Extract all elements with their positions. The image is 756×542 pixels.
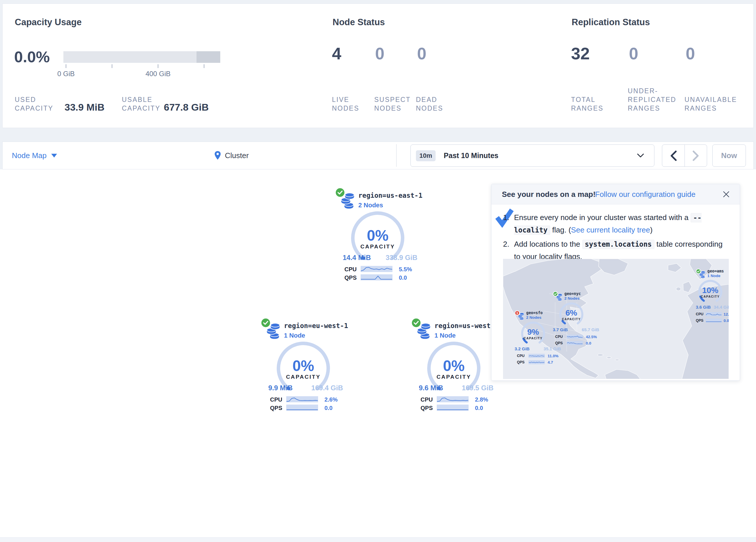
used-value: 14.4 MiB xyxy=(343,253,371,262)
usable-capacity-label: USABLE CAPACITY xyxy=(122,95,160,113)
close-icon[interactable] xyxy=(721,189,731,199)
chevron-right-icon xyxy=(692,150,700,161)
qps-sparkline xyxy=(361,274,392,281)
axis-tick xyxy=(66,64,66,68)
node-count-link[interactable]: 1 Node xyxy=(284,332,305,339)
node-count-link[interactable]: 2 Nodes xyxy=(358,201,383,209)
total-ranges-count: 32 xyxy=(571,44,590,63)
cpu-row: CPU 11.0% xyxy=(515,354,561,358)
cpu-sparkline xyxy=(286,396,318,403)
now-button[interactable]: Now xyxy=(712,144,746,167)
time-range-dropdown[interactable]: 10m Past 10 Minutes xyxy=(410,144,654,167)
qps-sparkline xyxy=(286,405,318,411)
capacity-values: 9.9 MiB 169.4 GiB xyxy=(268,384,343,392)
capacity-percent: 0.0% xyxy=(14,48,50,66)
capacity-percent-value: 0% xyxy=(422,357,486,374)
used-value: 9.9 MiB xyxy=(268,384,293,392)
breadcrumb[interactable]: Cluster xyxy=(214,142,249,169)
qps-sparkline xyxy=(706,319,722,323)
locality-card-us-east-1[interactable]: region=us-east-1 2 Nodes 0% CAPACITY 14.… xyxy=(336,187,420,283)
cpu-sparkline xyxy=(437,396,469,403)
locality-label: geo=sfo xyxy=(526,311,543,315)
map-pin-icon xyxy=(214,150,221,160)
capacity-gauge: 0% CAPACITY xyxy=(271,342,335,391)
qps-value: 0.0 xyxy=(399,275,407,281)
cpu-row: CPU 5.5% xyxy=(336,266,420,273)
view-toolbar: Node Map Cluster 10m Past 10 Minutes Now xyxy=(2,141,754,169)
cpu-value: 2.6% xyxy=(324,396,338,403)
usable-capacity-value: 677.8 GiB xyxy=(164,102,209,113)
configuration-guide-link[interactable]: Follow our configuration guide xyxy=(595,190,696,199)
capacity-gauge: 0% CAPACITY xyxy=(422,342,486,391)
example-node-map: 1 geo=sfo 2 Nodes 9% CAPACITY 3.2 GiB 35 xyxy=(503,259,729,379)
capacity-percent-value: 0% xyxy=(346,227,410,244)
cluster-overview-page: Capacity Usage 0.0% 0 GiB 400 GiB USED C… xyxy=(0,0,756,542)
cpu-row: CPU 42.5% xyxy=(553,335,599,339)
locality-label: region=us-west-1 xyxy=(434,322,499,330)
chevron-down-icon xyxy=(51,154,57,157)
capacity-values: 9.6 MiB 169.5 GiB xyxy=(419,384,493,392)
total-value: 169.4 GiB xyxy=(311,384,343,392)
qps-sparkline xyxy=(567,341,583,345)
step-forward-button[interactable] xyxy=(685,145,707,166)
under-replicated-count: 0 xyxy=(629,44,638,63)
capacity-gauge: 10% CAPACITY xyxy=(696,279,725,304)
axis-tick xyxy=(112,64,112,68)
capacity-gauge: 0% CAPACITY xyxy=(346,211,410,260)
capacity-values: 14.4 MiB 338.9 GiB xyxy=(343,253,417,262)
step-back-button[interactable] xyxy=(662,145,685,166)
time-step-buttons xyxy=(662,144,707,167)
locality-tree-link[interactable]: See current locality tree xyxy=(571,225,650,234)
cpu-sparkline xyxy=(567,335,583,339)
cpu-value: 5.5% xyxy=(399,266,412,273)
capacity-values: 3.2 GiB 35.1 GiB xyxy=(515,346,561,351)
view-selector-dropdown[interactable]: Node Map xyxy=(12,142,57,169)
replication-status-title: Replication Status xyxy=(572,17,650,27)
locality-label: region=eu-west-1 xyxy=(284,322,348,330)
axis-tick-label: 0 GiB xyxy=(57,70,75,78)
used-capacity-value: 33.9 MiB xyxy=(65,102,104,113)
qps-row: QPS 0.0 xyxy=(261,405,345,411)
locality-card-eu-west-1[interactable]: region=eu-west-1 1 Node 0% CAPACITY 9.9 … xyxy=(261,318,345,414)
unavailable-count: 0 xyxy=(686,44,695,63)
database-icon xyxy=(265,323,282,342)
qps-row: QPS 0.0 xyxy=(553,341,599,345)
suspect-nodes-label: SUSPECT NODES xyxy=(374,95,411,113)
node-count-label: 1 Node xyxy=(707,274,720,278)
cpu-row: CPU 2.6% xyxy=(261,396,345,403)
node-status-title: Node Status xyxy=(333,17,385,27)
database-icon xyxy=(416,323,433,342)
cpu-value: 2.8% xyxy=(475,396,488,403)
capacity-bar: 0 GiB 400 GiB xyxy=(63,51,220,63)
qps-value: 0.0 xyxy=(324,405,333,412)
cpu-sparkline xyxy=(706,312,722,316)
cpu-sparkline xyxy=(529,354,545,358)
node-count-link[interactable]: 1 Node xyxy=(434,332,456,339)
capacity-caption: CAPACITY xyxy=(422,374,486,380)
time-range-label: Past 10 Minutes xyxy=(444,151,498,160)
qps-sparkline xyxy=(437,405,469,411)
node-count-label: 2 Nodes xyxy=(526,315,542,320)
chevron-down-icon xyxy=(637,153,644,158)
code-system-locations: system.locations xyxy=(582,240,654,249)
mini-locality-card-nyc: geo=nyc 2 Nodes 6% CAPACITY 3.7 GiB 65.7… xyxy=(553,291,599,346)
locality-label: geo=nyc xyxy=(564,291,581,296)
locality-card-us-west-1[interactable]: region=us-west-1 1 Node 0% CAPACITY 9.6 … xyxy=(412,318,496,414)
node-map-setup-popup: See your nodes on a map! Follow our conf… xyxy=(491,184,740,381)
cpu-row: CPU 12.3% xyxy=(696,312,729,316)
qps-row: QPS 0.0 xyxy=(412,405,496,411)
qps-row: QPS 0.0 xyxy=(696,319,729,323)
node-count-label: 2 Nodes xyxy=(564,296,580,301)
setup-step-1: 1.Ensure every node in your cluster was … xyxy=(503,211,731,236)
qps-row: QPS 0.0 xyxy=(336,275,420,281)
suspect-nodes-count: 0 xyxy=(375,44,384,63)
capacity-bar-reserved-segment xyxy=(197,51,220,63)
qps-value: 0.0 xyxy=(475,405,483,412)
axis-tick xyxy=(158,64,158,68)
dead-nodes-label: DEAD NODES xyxy=(416,95,443,113)
time-range-badge: 10m xyxy=(416,150,436,161)
breadcrumb-label: Cluster xyxy=(225,151,249,160)
toolbar-divider xyxy=(396,144,397,167)
capacity-usage-title: Capacity Usage xyxy=(15,17,82,27)
capacity-gauge: 6% CAPACITY xyxy=(557,302,586,326)
